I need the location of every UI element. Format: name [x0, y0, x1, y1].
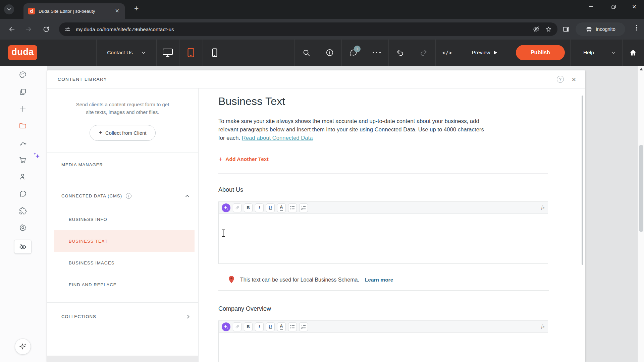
chevron-down-icon	[612, 52, 615, 54]
window-close-button[interactable]: ✕	[625, 0, 644, 13]
help-menu[interactable]: Help	[570, 40, 607, 66]
new-tab-button[interactable]: +	[134, 5, 139, 12]
scrollbar-thumb[interactable]	[639, 145, 643, 232]
sidebar-item-apps[interactable]	[19, 207, 27, 215]
link-button[interactable]	[233, 322, 241, 331]
url-text[interactable]: my.duda.co/home/site/fc796bea/contact-us	[76, 26, 528, 32]
publish-button[interactable]: Publish	[516, 45, 565, 60]
nav-find-and-replace[interactable]: FIND AND REPLACE	[47, 274, 198, 296]
sidebar-item-flows[interactable]	[19, 139, 27, 147]
connected-data-label: CONNECTED DATA (CMS)	[61, 193, 122, 198]
numbered-list-icon	[301, 324, 306, 329]
nav-media-manager[interactable]: MEDIA MANAGER	[47, 153, 198, 177]
read-about-connected-data-link[interactable]: Read about Connected Data	[242, 135, 313, 141]
close-icon[interactable]: ×	[572, 76, 576, 83]
info-button[interactable]	[318, 40, 341, 66]
bold-button[interactable]: B	[244, 322, 253, 331]
device-tablet-button[interactable]	[179, 40, 203, 66]
bold-button[interactable]: B	[244, 203, 253, 212]
italic-button[interactable]: I	[255, 203, 264, 212]
reload-button[interactable]	[41, 24, 51, 34]
hide-panel-button[interactable]	[14, 240, 32, 254]
chevron-right-icon[interactable]	[187, 314, 190, 319]
sidebar-item-team[interactable]	[19, 173, 27, 181]
address-bar[interactable]: my.duda.co/home/site/fc796bea/contact-us	[59, 22, 557, 36]
add-another-text-button[interactable]: + Add Another Text	[218, 156, 269, 163]
page-scrollbar[interactable]	[638, 66, 644, 362]
device-mobile-button[interactable]	[203, 40, 227, 66]
italic-glyph: I	[259, 205, 260, 210]
underline-button[interactable]: U	[266, 322, 275, 331]
dashboard-home-button[interactable]	[622, 40, 644, 66]
tab-close-icon[interactable]: ✕	[114, 8, 121, 14]
chevron-up-icon[interactable]	[185, 195, 190, 197]
window-minimize-button[interactable]	[581, 0, 601, 13]
bulleted-list-button[interactable]	[288, 203, 297, 212]
sidebar-item-store[interactable]	[19, 156, 27, 164]
sidebar-item-pages[interactable]	[19, 88, 27, 96]
sidebar-item-theme[interactable]	[19, 71, 27, 79]
sparkles-icon	[32, 152, 41, 160]
more-options-button[interactable]	[365, 40, 388, 66]
underline-button[interactable]: U	[266, 203, 275, 212]
site-settings-icon[interactable]	[64, 26, 71, 33]
dev-mode-button[interactable]: </>	[435, 40, 459, 66]
numbered-list-button[interactable]	[299, 203, 308, 212]
palette-icon	[19, 71, 27, 79]
tab-search-button[interactable]	[4, 4, 14, 14]
scrollbar-up-arrow[interactable]	[640, 68, 643, 70]
nav-connected-data[interactable]: CONNECTED DATA (CMS) i	[47, 184, 198, 208]
feedback-button[interactable]: 1	[341, 40, 365, 66]
text-color-button[interactable]: A	[277, 322, 286, 331]
window-restore-button[interactable]	[604, 0, 623, 13]
text-color-glyph: A	[280, 205, 283, 210]
side-panel-button[interactable]	[561, 24, 571, 34]
reload-icon	[43, 26, 50, 33]
help-chevron[interactable]	[610, 40, 617, 66]
duda-favicon: d	[28, 8, 35, 14]
tab-title: Duda Site Editor | sd-beauty	[39, 9, 110, 14]
ai-write-button[interactable]	[222, 322, 230, 331]
bulleted-list-button[interactable]	[288, 322, 297, 331]
company-overview-text-input[interactable]	[218, 333, 548, 362]
ai-write-button[interactable]	[222, 203, 230, 212]
forward-button[interactable]	[23, 24, 34, 34]
section-label-company-overview: Company Overview	[218, 305, 585, 312]
nav-business-images[interactable]: BUSINESS IMAGES	[47, 252, 198, 274]
duda-logo[interactable]: duda	[8, 45, 37, 60]
sidebar-item-content-library[interactable]	[19, 122, 27, 130]
panel-header: CONTENT LIBRARY ? ×	[47, 70, 585, 88]
sidebar-item-add-elements[interactable]	[19, 105, 27, 113]
collect-from-client-button[interactable]: + Collect from Client	[90, 125, 155, 141]
learn-more-link[interactable]: Learn more	[365, 277, 393, 283]
info-icon[interactable]: i	[126, 193, 131, 199]
add-button-label: Add Another Text	[225, 156, 268, 162]
search-button[interactable]	[294, 40, 318, 66]
page-selector[interactable]: Contact Us	[96, 40, 156, 66]
clear-formatting-icon[interactable]: fx	[541, 205, 545, 210]
help-icon[interactable]: ?	[557, 76, 564, 83]
about-us-text-input[interactable]	[218, 214, 548, 264]
nav-collections[interactable]: COLLECTIONS	[47, 303, 198, 331]
incognito-badge: Incognito	[576, 22, 625, 36]
device-desktop-button[interactable]	[156, 40, 179, 66]
preview-button[interactable]: Preview	[459, 40, 510, 66]
panel-scrollbar-thumb[interactable]	[582, 96, 583, 265]
text-color-button[interactable]: A	[277, 203, 286, 212]
browser-tab[interactable]: d Duda Site Editor | sd-beauty ✕	[23, 3, 125, 19]
undo-button[interactable]	[388, 40, 412, 66]
numbered-list-button[interactable]	[299, 322, 308, 331]
clear-formatting-icon[interactable]: fx	[541, 324, 545, 329]
redo-button[interactable]	[412, 40, 435, 66]
italic-button[interactable]: I	[255, 322, 264, 331]
browser-menu-button[interactable]	[633, 25, 640, 31]
sidebar-item-comments[interactable]	[19, 190, 27, 198]
ai-assistant-button[interactable]	[15, 339, 31, 355]
back-button[interactable]	[7, 24, 17, 34]
link-button[interactable]	[233, 203, 241, 212]
eye-off-icon[interactable]	[533, 25, 540, 33]
nav-business-text[interactable]: BUSINESS TEXT	[54, 230, 195, 252]
bookmark-star-icon[interactable]	[545, 26, 552, 33]
nav-business-info[interactable]: BUSINESS INFO	[47, 208, 198, 230]
sidebar-item-settings[interactable]	[19, 224, 27, 232]
